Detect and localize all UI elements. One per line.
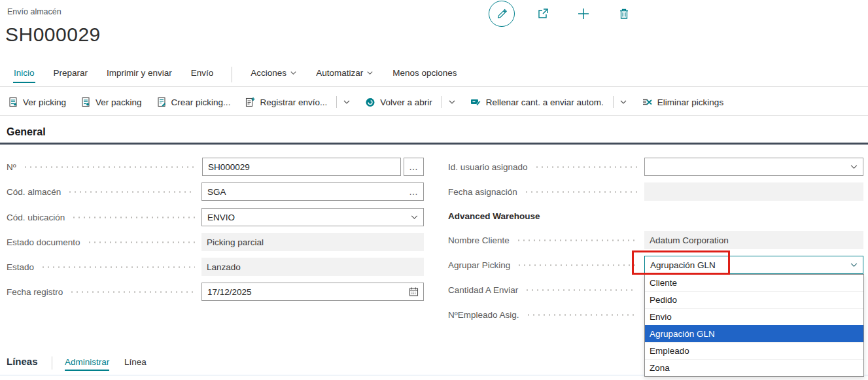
no-assist-edit-button[interactable]: …: [404, 158, 424, 176]
cod-almacen-input[interactable]: SGA …: [201, 182, 424, 201]
tab-automatizar[interactable]: Automatizar: [315, 66, 374, 83]
field-label: Estado: [7, 262, 34, 272]
action-label: Ver picking: [23, 97, 66, 107]
action-label: Eliminar pickings: [657, 97, 723, 107]
input-value: ENVIO: [207, 213, 235, 222]
registrar-envio-button[interactable]: Registrar envío...: [245, 96, 351, 108]
tab-administrar[interactable]: Administrar: [65, 357, 109, 371]
tab-label: Envío: [191, 68, 214, 78]
tab-label: Menos opciones: [392, 68, 457, 78]
chevron-down-icon[interactable]: [343, 98, 351, 106]
field-label: Cód. ubicación: [7, 213, 65, 222]
agrupar-picking-select[interactable]: Agrupación GLN: [644, 256, 863, 274]
section-rule: [0, 143, 868, 145]
page-title: SH000029: [5, 24, 101, 46]
document-view-icon: [8, 97, 18, 107]
ver-packing-button[interactable]: Ver packing: [80, 97, 142, 107]
dotted-leader: [516, 239, 638, 241]
chevron-down-icon[interactable]: [448, 98, 456, 106]
autofill-icon: [470, 97, 481, 107]
dotted-leader: [23, 166, 196, 168]
split-divider: [336, 96, 337, 108]
input-value: Agrupación GLN: [650, 260, 716, 270]
readonly-value: Adatum Corporation: [650, 235, 729, 245]
tab-imprimir-y-enviar[interactable]: Imprimir y enviar: [106, 66, 173, 83]
dropdown-option-envio[interactable]: Envio: [645, 308, 863, 325]
tab-envio[interactable]: Envío: [190, 66, 215, 83]
document-post-icon: [245, 97, 255, 107]
page-toolbar: [489, 0, 636, 27]
field-label: Fecha registro: [7, 287, 63, 297]
calendar-icon[interactable]: [409, 287, 419, 297]
field-n-empleado-asig: NºEmpleado Asig.: [448, 305, 643, 324]
dropdown-option-agrupacion-gln[interactable]: Agrupación GLN: [645, 325, 863, 342]
field-label: Estado documento: [7, 237, 80, 247]
field-cantidad-a-enviar: Cantidad A Enviar: [448, 281, 643, 299]
lines-divider: [52, 356, 52, 370]
action-label: Rellenar cant. a enviar autom.: [486, 97, 604, 107]
cod-ubicacion-select[interactable]: ENVIO: [201, 208, 424, 226]
no-input[interactable]: SH000029: [202, 158, 401, 176]
dotted-leader: [534, 166, 638, 168]
chevron-down-icon[interactable]: [410, 213, 419, 222]
tab-menos-opciones[interactable]: Menos opciones: [392, 66, 457, 83]
field-estado-documento: Estado documento Picking parcial: [7, 233, 424, 251]
fecha-registro-input[interactable]: 17/12/2025: [201, 283, 424, 301]
field-fecha-registro: Fecha registro 17/12/2025: [7, 283, 424, 301]
eliminar-pickings-button[interactable]: Eliminar pickings: [642, 97, 723, 107]
section-heading-general[interactable]: General: [7, 126, 46, 138]
dotted-leader: [526, 314, 637, 316]
dotted-leader: [87, 241, 195, 243]
field-label: Id. usuario asignado: [448, 162, 528, 172]
lines-section-title[interactable]: Líneas: [7, 356, 38, 367]
document-view-icon: [80, 97, 91, 107]
field-no: Nº SH000029 …: [7, 158, 424, 176]
id-usuario-select[interactable]: [644, 158, 863, 176]
dropdown-option-zona[interactable]: Zona: [645, 359, 863, 376]
tab-preparar[interactable]: Preparar: [53, 66, 89, 83]
split-divider: [442, 96, 442, 108]
ver-picking-button[interactable]: Ver picking: [8, 97, 66, 107]
volver-a-abrir-button[interactable]: Volver a abrir: [365, 96, 456, 108]
chevron-down-icon[interactable]: [850, 163, 858, 171]
field-label: Cód. almacén: [7, 187, 61, 197]
tab-divider: [232, 67, 232, 82]
tab-linea[interactable]: Línea: [124, 357, 147, 367]
dotted-leader: [41, 266, 195, 268]
fecha-asignacion-value: [644, 182, 863, 201]
chevron-down-icon[interactable]: [619, 98, 627, 106]
field-fecha-asignacion: Fecha asignación: [448, 182, 863, 201]
dropdown-option-pedido[interactable]: Pedido: [645, 291, 863, 308]
edit-button[interactable]: [489, 1, 515, 27]
input-value: 17/12/2025: [207, 287, 252, 297]
crear-picking-button[interactable]: Crear picking...: [156, 97, 231, 107]
field-label: Cantidad A Enviar: [448, 285, 518, 295]
action-bar: Ver picking Ver packing Crear picking...…: [8, 93, 723, 111]
field-cod-almacen: Cód. almacén SGA …: [7, 182, 424, 201]
estado-value: Lanzado: [201, 258, 424, 276]
dotted-leader: [525, 289, 636, 291]
share-icon: [536, 7, 549, 20]
trash-icon: [618, 8, 630, 20]
share-button[interactable]: [530, 1, 555, 26]
tab-inicio[interactable]: Inicio: [13, 66, 35, 83]
action-label: Volver a abrir: [380, 97, 432, 107]
tab-label: Automatizar: [316, 68, 363, 78]
tab-acciones[interactable]: Acciones: [250, 66, 298, 83]
nombre-cliente-value: Adatum Corporation: [644, 231, 863, 249]
action-label: Crear picking...: [171, 97, 231, 107]
chevron-down-icon[interactable]: [850, 261, 858, 269]
dotted-leader: [524, 191, 638, 193]
field-label: Agrupar Picking: [448, 260, 510, 270]
dropdown-option-cliente[interactable]: Cliente: [645, 275, 863, 291]
new-button[interactable]: [571, 1, 596, 26]
breadcrumb[interactable]: Envío almacén: [7, 7, 61, 16]
tab-label: Imprimir y enviar: [107, 68, 172, 78]
dotted-leader: [69, 291, 195, 293]
field-estado: Estado Lanzado: [7, 258, 424, 276]
delete-button[interactable]: [612, 1, 636, 26]
field-id-usuario-asignado: Id. usuario asignado: [448, 158, 863, 176]
dropdown-option-empleado[interactable]: Empleado: [645, 342, 863, 359]
rellenar-cantidad-button[interactable]: Rellenar cant. a enviar autom.: [470, 96, 627, 108]
lookup-ellipsis-icon[interactable]: …: [409, 188, 419, 195]
